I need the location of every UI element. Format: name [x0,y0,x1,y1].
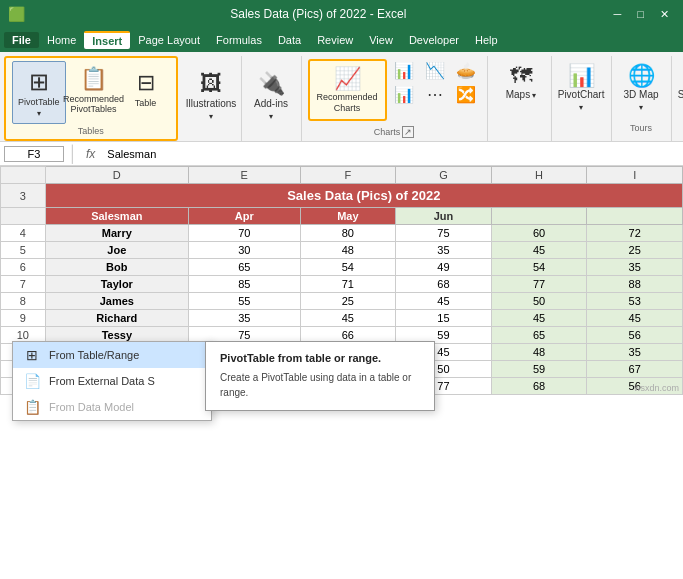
cell-val[interactable]: 48 [491,344,587,361]
cell-val[interactable]: 35 [189,310,301,327]
ribbon-group-maps: 🗺 Maps ▾ [492,56,552,141]
col-header-d: D [45,167,188,184]
excel-logo-icon: 🟩 [8,6,25,22]
menu-developer[interactable]: Developer [401,32,467,48]
cell-val[interactable]: 77 [491,276,587,293]
menu-view[interactable]: View [361,32,401,48]
restore-icon[interactable]: □ [631,6,650,23]
cell-val[interactable]: 35 [587,344,683,361]
cell-val[interactable]: 45 [491,310,587,327]
tours-group-label: Tours [630,123,652,137]
cell-val[interactable]: 15 [396,310,492,327]
cell-val[interactable]: 56 [587,327,683,344]
minimize-icon[interactable]: ─ [608,6,628,23]
charts-dialog-launcher[interactable]: ↗ [402,126,414,138]
recommended-pivot-button[interactable]: 📋 Recommended PivotTables [68,61,120,119]
cell-val[interactable]: 85 [189,276,301,293]
cell-val[interactable]: 50 [491,293,587,310]
tables-group-label: Tables [12,124,170,136]
cell-val[interactable]: 68 [491,378,587,395]
column-chart-button[interactable]: 📊 [389,59,419,82]
cell-val[interactable]: 55 [189,293,301,310]
menu-data[interactable]: Data [270,32,309,48]
cell-val[interactable]: 45 [491,242,587,259]
cell-val[interactable]: 75 [396,225,492,242]
close-icon[interactable]: ✕ [654,6,675,23]
menu-file[interactable]: File [4,32,39,48]
menu-help[interactable]: Help [467,32,506,48]
cell-val[interactable]: 72 [587,225,683,242]
from-table-range-icon: ⊞ [23,347,41,363]
cell-val[interactable]: 54 [300,259,396,276]
cell-val[interactable]: 65 [491,327,587,344]
ribbon-group-charts: 📈 Recommended Charts 📊 📉 🥧 📊 ⋯ 🔀 Ch [302,56,488,141]
pivot-chart-button[interactable]: 📊 PivotChart ▾ [553,60,610,116]
pie-chart-button[interactable]: 🥧 [451,59,481,82]
spreadsheet-title: Sales Data (Pics) of 2022 [45,184,682,208]
ribbon-group-sparklines: 〰 Sparklines ▾ [672,56,683,141]
row-num-3: 3 [1,184,46,208]
name-box[interactable] [4,146,64,162]
cell-val[interactable]: 49 [396,259,492,276]
pivot-table-button[interactable]: ⊞ PivotTable ▾ [12,61,66,124]
cell-val[interactable]: 48 [300,242,396,259]
cell-val[interactable]: 25 [300,293,396,310]
sparklines-button[interactable]: 〰 Sparklines ▾ [673,60,683,116]
cell-val[interactable]: 35 [587,259,683,276]
table-row: 4 Marry 70 80 75 60 72 [1,225,683,242]
window-controls[interactable]: ─ □ ✕ [608,6,675,23]
cell-val[interactable]: 88 [587,276,683,293]
cell-val[interactable]: 80 [300,225,396,242]
table-icon: ⊟ [137,69,155,98]
sparklines-label: Sparklines ▾ [678,89,683,113]
cell-val[interactable]: 71 [300,276,396,293]
cell-val[interactable]: 60 [491,225,587,242]
cell-val[interactable]: 70 [189,225,301,242]
table-row: 7 Taylor 85 71 68 77 88 [1,276,683,293]
recommended-pivot-label: Recommended PivotTables [63,94,124,116]
cell-val[interactable]: 54 [491,259,587,276]
combo-chart-button[interactable]: 🔀 [451,83,481,106]
cell-val[interactable]: 65 [189,259,301,276]
cell-val[interactable]: 45 [396,293,492,310]
menu-review[interactable]: Review [309,32,361,48]
recommended-charts-icon: 📈 [334,66,361,92]
from-table-range-item[interactable]: ⊞ From Table/Range [13,342,211,368]
ribbon-group-addins: 🔌 Add-ins ▾ [242,56,302,141]
cell-val[interactable]: 45 [300,310,396,327]
menu-insert[interactable]: Insert [84,31,130,49]
from-external-item[interactable]: 📄 From External Data S [13,368,211,394]
3d-map-button[interactable]: 🌐 3D Map ▾ [618,60,665,116]
cell-val[interactable]: 30 [189,242,301,259]
cell-val[interactable]: 35 [396,242,492,259]
col-header-i: I [587,167,683,184]
illustrations-button[interactable]: 🖼 Illustrations ▾ [181,68,242,124]
maps-button[interactable]: 🗺 Maps ▾ [501,60,542,104]
illustrations-buttons: 🖼 Illustrations ▾ [181,60,242,133]
combo-chart-icon: 🔀 [456,85,476,104]
scatter-chart-button[interactable]: ⋯ [420,83,450,106]
cell-val[interactable]: 67 [587,361,683,378]
menu-page-layout[interactable]: Page Layout [130,32,208,48]
recommended-charts-button[interactable]: 📈 Recommended Charts [312,63,383,117]
line-chart-button[interactable]: 📉 [420,59,450,82]
table-row: 6 Bob 65 54 49 54 35 [1,259,683,276]
menu-formulas[interactable]: Formulas [208,32,270,48]
menu-home[interactable]: Home [39,32,84,48]
formula-input[interactable] [103,147,679,161]
title-row: 3 Sales Data (Pics) of 2022 [1,184,683,208]
table-button[interactable]: ⊟ Table [122,61,170,112]
title-bar-left: 🟩 [8,6,29,22]
cell-val[interactable]: 53 [587,293,683,310]
cell-val[interactable]: 45 [587,310,683,327]
cell-val[interactable]: 68 [396,276,492,293]
maps-icon: 🗺 [510,63,532,89]
add-ins-button[interactable]: 🔌 Add-ins ▾ [248,68,295,124]
3d-map-icon: 🌐 [628,63,655,89]
col-header-g: G [396,167,492,184]
row-num-5: 5 [1,242,46,259]
cell-val[interactable]: 25 [587,242,683,259]
bar-chart-icon: 📊 [394,85,414,104]
bar-chart-button[interactable]: 📊 [389,83,419,106]
cell-val[interactable]: 59 [491,361,587,378]
